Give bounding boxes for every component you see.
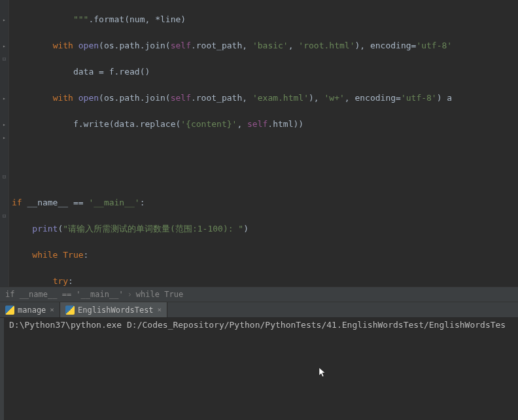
tab-manage[interactable]: manage × — [0, 302, 60, 317]
tab-englishwordstest[interactable]: EnglishWordsTest × — [60, 302, 167, 317]
gutter — [0, 0, 9, 287]
breadcrumb-item[interactable]: while True — [136, 290, 183, 299]
tab-label: EnglishWordsTest — [78, 306, 154, 315]
python-icon — [65, 306, 75, 315]
breadcrumb-item[interactable]: if __name__ == '__main__' — [5, 290, 124, 299]
tool-tabs: manage × EnglishWordsTest × — [0, 302, 518, 318]
code-content[interactable]: """.format(num, *line) with open(os.path… — [9, 0, 518, 287]
console-line: D:\Python37\python.exe D:/Codes_Reposito… — [9, 320, 506, 330]
tab-label: manage — [18, 306, 46, 315]
chevron-right-icon: › — [128, 290, 132, 299]
breadcrumb[interactable]: if __name__ == '__main__' › while True — [0, 287, 518, 302]
close-icon[interactable]: × — [50, 306, 54, 314]
close-icon[interactable]: × — [158, 306, 162, 314]
console-output[interactable]: D:\Python37\python.exe D:/Codes_Reposito… — [0, 318, 518, 420]
code-editor[interactable]: """.format(num, *line) with open(os.path… — [0, 0, 518, 287]
python-icon — [5, 306, 14, 315]
